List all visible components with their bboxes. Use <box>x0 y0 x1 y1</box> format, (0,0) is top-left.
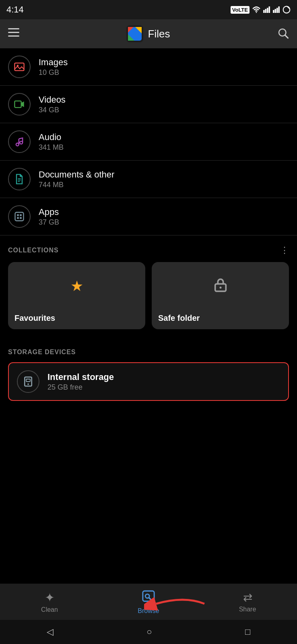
svg-rect-11 <box>8 32 19 33</box>
file-item-documents[interactable]: Documents & other 744 MB <box>0 161 297 198</box>
back-button[interactable]: ◁ <box>47 627 54 637</box>
internal-storage-info: Internal storage 25 GB free <box>47 372 114 392</box>
svg-point-35 <box>219 287 221 289</box>
images-info: Images 10 GB <box>39 57 289 77</box>
svg-rect-33 <box>20 217 22 219</box>
svg-point-0 <box>256 12 257 13</box>
videos-size: 34 GB <box>39 106 289 114</box>
system-nav-bar: ◁ ○ □ <box>0 620 297 644</box>
apps-icon-circle <box>8 205 31 228</box>
internal-storage-icon-circle <box>17 370 39 393</box>
svg-rect-2 <box>265 9 267 13</box>
docs-info: Documents & other 744 MB <box>39 169 289 189</box>
internal-storage-item[interactable]: Internal storage 25 GB free <box>8 362 289 401</box>
videos-info: Videos 34 GB <box>39 95 289 114</box>
safe-folder-icon-area <box>152 262 289 310</box>
svg-rect-20 <box>14 63 24 71</box>
favourites-label: Favourites <box>8 310 145 329</box>
share-icon: ⇄ <box>243 591 252 604</box>
status-bar: 4:14 VoLTE <box>0 0 297 19</box>
svg-rect-4 <box>268 6 270 13</box>
images-name: Images <box>39 57 289 68</box>
svg-rect-37 <box>26 379 30 382</box>
svg-rect-1 <box>263 10 265 13</box>
volte-icon: VoLTE <box>231 6 250 14</box>
collections-header: COLLECTIONS ⋮ <box>0 235 297 262</box>
nav-item-browse[interactable]: Browse <box>99 589 198 615</box>
status-icons: VoLTE <box>231 6 291 14</box>
nav-item-clean[interactable]: ✦ Clean <box>0 590 99 613</box>
images-size: 10 GB <box>39 68 289 77</box>
svg-rect-3 <box>267 8 268 13</box>
collections-more-button[interactable]: ⋮ <box>280 245 289 256</box>
signal2-icon <box>273 6 280 13</box>
svg-rect-29 <box>15 213 24 221</box>
audio-name: Audio <box>39 132 289 142</box>
file-item-images[interactable]: Images 10 GB <box>0 48 297 86</box>
safe-folder-card[interactable]: Safe folder <box>152 262 289 329</box>
audio-size: 341 MB <box>39 143 289 152</box>
file-item-audio[interactable]: Audio 341 MB <box>0 123 297 161</box>
search-button[interactable] <box>277 27 289 41</box>
app-title: Files <box>148 28 170 40</box>
status-time: 4:14 <box>6 4 24 15</box>
audio-icon-circle <box>8 130 31 153</box>
star-icon: ★ <box>70 278 83 295</box>
browse-icon <box>142 589 155 606</box>
svg-rect-31 <box>20 214 22 216</box>
favourites-card[interactable]: ★ Favourites <box>8 262 145 329</box>
svg-rect-12 <box>8 35 19 37</box>
clean-label: Clean <box>41 606 58 613</box>
clean-icon: ✦ <box>45 590 55 605</box>
nav-item-share[interactable]: ⇄ Share <box>198 591 297 613</box>
docs-icon-circle <box>8 168 31 190</box>
recents-button[interactable]: □ <box>245 627 250 637</box>
file-item-videos[interactable]: Videos 34 GB <box>0 86 297 123</box>
storage-title: STORAGE DEVICES <box>8 349 76 356</box>
svg-line-19 <box>285 35 288 38</box>
videos-name: Videos <box>39 95 289 105</box>
svg-rect-22 <box>14 101 21 107</box>
docs-name: Documents & other <box>39 169 289 180</box>
svg-line-41 <box>149 598 151 600</box>
apps-size: 37 GB <box>39 218 289 227</box>
app-logo <box>126 25 143 42</box>
svg-point-25 <box>20 141 23 144</box>
file-item-apps[interactable]: Apps 37 GB <box>0 198 297 235</box>
svg-rect-8 <box>278 6 280 13</box>
lock-icon <box>212 277 229 296</box>
svg-rect-5 <box>273 10 274 13</box>
docs-size: 744 MB <box>39 181 289 189</box>
collections-title: COLLECTIONS <box>8 247 59 254</box>
circle-icon <box>283 6 291 14</box>
home-button[interactable]: ○ <box>146 627 152 637</box>
browse-label: Browse <box>138 607 159 615</box>
file-categories-list: Images 10 GB Videos 34 GB Audio <box>0 48 297 235</box>
wifi-icon <box>252 6 261 13</box>
safe-folder-label: Safe folder <box>152 310 289 329</box>
apps-info: Apps 37 GB <box>39 207 289 227</box>
internal-storage-name: Internal storage <box>47 372 114 382</box>
svg-rect-30 <box>17 214 19 216</box>
storage-list: Internal storage 25 GB free <box>0 362 297 409</box>
svg-rect-32 <box>17 217 19 219</box>
audio-info: Audio 341 MB <box>39 132 289 152</box>
svg-point-38 <box>27 383 29 385</box>
signal1-icon <box>263 6 270 13</box>
favourites-icon-area: ★ <box>8 262 145 310</box>
hamburger-button[interactable] <box>8 28 19 39</box>
bottom-nav: ✦ Clean Browse ⇄ Share <box>0 584 297 620</box>
storage-header: STORAGE DEVICES <box>0 339 297 362</box>
collections-grid: ★ Favourites Safe folder <box>0 262 297 339</box>
images-icon-circle <box>8 56 31 78</box>
svg-rect-39 <box>143 591 154 601</box>
top-app-bar: Files <box>0 19 297 48</box>
app-brand: Files <box>126 25 170 42</box>
share-label: Share <box>239 606 256 613</box>
internal-storage-free: 25 GB free <box>47 383 114 392</box>
videos-icon-circle <box>8 93 31 116</box>
apps-name: Apps <box>39 207 289 217</box>
svg-rect-6 <box>275 9 276 13</box>
svg-rect-7 <box>276 8 278 13</box>
svg-rect-10 <box>8 28 19 29</box>
